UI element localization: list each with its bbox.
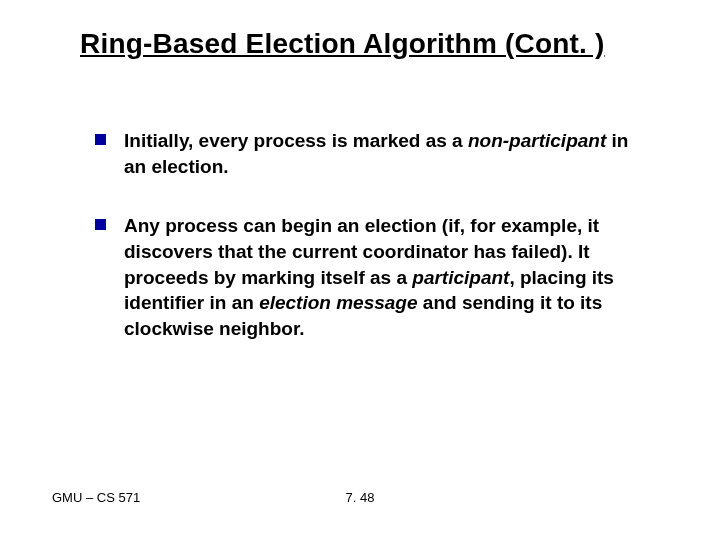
text-emphasis: election message bbox=[259, 292, 417, 313]
bullet-icon bbox=[95, 219, 106, 230]
slide-body: Initially, every process is marked as a … bbox=[95, 128, 650, 375]
bullet-icon bbox=[95, 134, 106, 145]
slide-title: Ring-Based Election Algorithm (Cont. ) bbox=[80, 28, 680, 60]
bullet-item: Initially, every process is marked as a … bbox=[95, 128, 650, 179]
slide: Ring-Based Election Algorithm (Cont. ) I… bbox=[0, 0, 720, 540]
text-emphasis: non-participant bbox=[468, 130, 606, 151]
text-emphasis: participant bbox=[412, 267, 509, 288]
bullet-item: Any process can begin an election (if, f… bbox=[95, 213, 650, 341]
text-run: Initially, every process is marked as a bbox=[124, 130, 468, 151]
footer-page-number: 7. 48 bbox=[0, 490, 720, 505]
bullet-text: Initially, every process is marked as a … bbox=[124, 128, 650, 179]
bullet-text: Any process can begin an election (if, f… bbox=[124, 213, 650, 341]
